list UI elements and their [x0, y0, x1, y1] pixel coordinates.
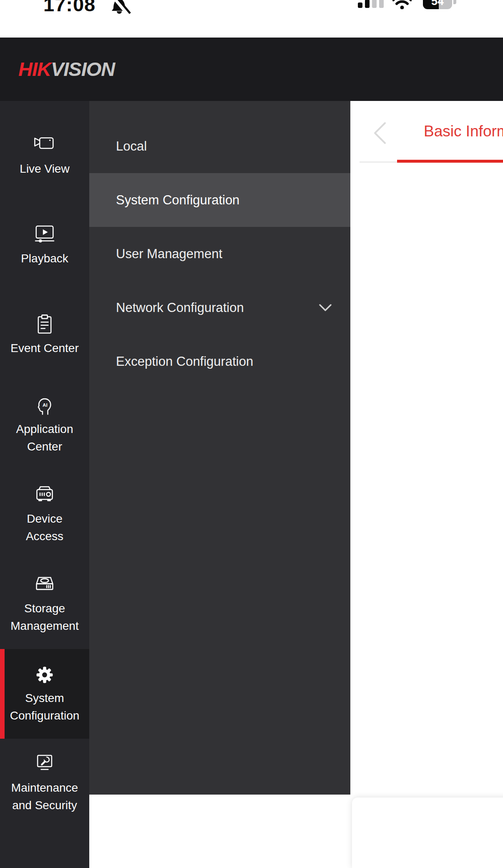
status-time: 17:08 — [43, 0, 96, 16]
sidebar-item-label: Event Center — [10, 340, 78, 357]
sidebar-item-live-view[interactable]: Live View — [0, 111, 89, 201]
chevron-down-icon — [319, 304, 332, 312]
submenu-item-network-configuration[interactable]: Network Configuration — [89, 281, 350, 335]
video-camera-icon — [33, 134, 56, 157]
tab-basic-information[interactable]: Basic Information — [424, 123, 503, 140]
monitor-wrench-icon — [33, 753, 56, 776]
submenu-item-user-management[interactable]: User Management — [89, 227, 350, 281]
active-tab-indicator — [397, 160, 503, 163]
wifi-icon — [392, 0, 412, 9]
logo-vision: VISION — [51, 58, 115, 80]
sidebar-item-storage-management[interactable]: Storage Management — [0, 559, 89, 649]
hard-drive-icon — [33, 574, 56, 596]
battery-cap — [453, 0, 456, 4]
submenu-item-local[interactable]: Local — [89, 119, 350, 173]
submenu-item-label: System Configuration — [116, 193, 239, 208]
sidebar-item-label: Device Access — [26, 510, 63, 545]
playback-monitor-icon — [33, 224, 56, 247]
content-card — [352, 798, 503, 868]
main-sidebar: Live View Playback Event Center — [0, 101, 89, 868]
sidebar-item-label: Live View — [20, 160, 69, 178]
sidebar-item-maintenance-and-security[interactable]: Maintenance and Security — [0, 739, 89, 828]
sidebar-item-label: Storage Management — [10, 600, 78, 635]
sidebar-item-system-configuration[interactable]: System Configuration — [0, 649, 89, 739]
ai-head-icon: AI — [33, 395, 56, 417]
submenu-item-system-configuration[interactable]: System Configuration — [89, 173, 350, 227]
bell-muted-icon — [108, 0, 131, 16]
clipboard-icon — [33, 314, 56, 336]
cellular-signal-icon — [358, 0, 386, 8]
sidebar-item-device-access[interactable]: Device Access — [0, 470, 89, 559]
submenu-item-label: Local — [116, 139, 147, 154]
sidebar-item-label: System Configuration — [10, 689, 80, 725]
submenu-item-exception-configuration[interactable]: Exception Configuration — [89, 335, 350, 388]
selected-indicator — [0, 649, 5, 739]
battery-icon: 54 — [423, 0, 452, 9]
sidebar-item-playback[interactable]: Playback — [0, 201, 89, 290]
hikvision-logo: HIKVISION — [18, 58, 115, 81]
status-bar: 17:08 54 — [0, 0, 503, 38]
content-area: Basic Information — [350, 101, 503, 868]
svg-text:AI: AI — [43, 402, 48, 408]
logo-hik: HIK — [18, 58, 51, 80]
app-header: HIKVISION — [0, 38, 503, 101]
submenu-item-label: Exception Configuration — [116, 354, 253, 369]
chevron-left-icon[interactable] — [372, 121, 387, 145]
sidebar-item-application-center[interactable]: AI Application Center — [0, 380, 89, 470]
sidebar-item-label: Playback — [21, 250, 68, 267]
tab-strip-track — [360, 161, 397, 163]
battery-percent: 54 — [431, 0, 444, 8]
submenu-panel: Local System Configuration User Manageme… — [89, 101, 350, 795]
device-box-icon — [33, 484, 56, 507]
sidebar-item-label: Application Center — [16, 420, 73, 455]
submenu-item-label: User Management — [116, 247, 222, 262]
submenu-item-label: Network Configuration — [116, 300, 244, 315]
sidebar-item-event-center[interactable]: Event Center — [0, 290, 89, 380]
gear-icon — [33, 664, 56, 686]
sidebar-item-label: Maintenance and Security — [11, 779, 78, 814]
